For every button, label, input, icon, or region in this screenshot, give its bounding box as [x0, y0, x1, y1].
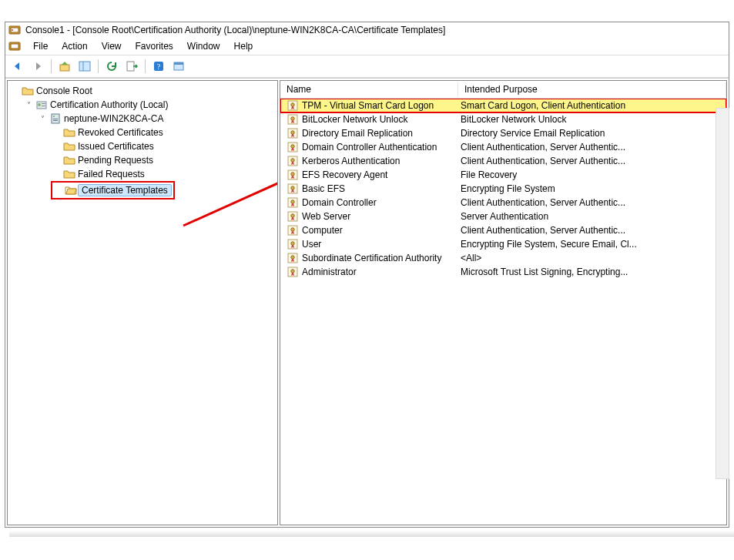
- row-name: Web Server: [302, 211, 454, 222]
- list-pane: Name Intended Purpose TPM - Virtual Smar…: [280, 80, 727, 525]
- tree-console-root[interactable]: Console Root: [9, 84, 276, 98]
- content-area: Console Root ˅ Certification Authority (…: [5, 78, 729, 527]
- svg-point-35: [291, 186, 294, 189]
- list-row[interactable]: Web ServerServer Authentication: [280, 210, 726, 223]
- tree-label: Pending Requests: [78, 155, 153, 166]
- show-hide-tree-button[interactable]: [75, 57, 94, 75]
- svg-point-18: [53, 116, 55, 117]
- svg-rect-4: [11, 44, 18, 49]
- list-row[interactable]: ComputerClient Authentication, Server Au…: [280, 223, 726, 237]
- list-row[interactable]: AdministratorMicrosoft Trust List Signin…: [280, 265, 726, 279]
- list-row[interactable]: Subordinate Certification Authority<All>: [280, 251, 726, 265]
- nav-back-button[interactable]: [8, 57, 27, 75]
- list-body[interactable]: TPM - Virtual Smart Card LogonSmart Card…: [280, 99, 726, 525]
- folder-icon: [63, 126, 75, 139]
- tree-pending[interactable]: Pending Requests: [51, 153, 276, 167]
- up-button[interactable]: [55, 57, 74, 75]
- tree-certificate-templates[interactable]: Certificate Templates: [51, 181, 175, 200]
- row-purpose: Directory Service Email Replication: [454, 128, 726, 139]
- cert-template-icon: [287, 238, 299, 250]
- svg-point-29: [291, 145, 294, 148]
- row-purpose: Client Authentication, Server Authentic.…: [454, 156, 726, 166]
- bottom-shadow: [9, 531, 734, 537]
- row-purpose: Server Authentication: [454, 211, 726, 222]
- menu-file[interactable]: File: [27, 39, 54, 53]
- menu-favorites[interactable]: Favorites: [129, 39, 179, 53]
- svg-point-33: [291, 173, 294, 176]
- menu-view[interactable]: View: [96, 39, 128, 53]
- row-name: TPM - Virtual Smart Card Logon: [302, 100, 454, 111]
- list-row[interactable]: Domain ControllerClient Authentication, …: [280, 196, 726, 210]
- row-name: EFS Recovery Agent: [302, 169, 454, 180]
- svg-point-47: [291, 270, 294, 273]
- list-row[interactable]: Domain Controller AuthenticationClient A…: [280, 140, 726, 154]
- vertical-scrollbar[interactable]: [716, 108, 729, 479]
- svg-rect-8: [127, 62, 134, 71]
- folder-open-icon: [65, 184, 77, 196]
- folder-icon: [63, 140, 75, 153]
- menu-action[interactable]: Action: [55, 39, 93, 53]
- nav-forward-button[interactable]: [28, 57, 47, 75]
- svg-rect-20: [53, 120, 58, 121]
- menu-help[interactable]: Help: [228, 39, 260, 53]
- row-purpose: <All>: [454, 253, 726, 263]
- refresh-button[interactable]: [102, 57, 121, 75]
- new-window-button[interactable]: [169, 57, 188, 75]
- tree-label: Revoked Certificates: [78, 127, 163, 138]
- list-row[interactable]: BitLocker Network UnlockBitLocker Networ…: [280, 112, 726, 126]
- export-list-button[interactable]: [122, 57, 141, 75]
- row-name: Kerberos Authentication: [302, 156, 454, 166]
- column-purpose[interactable]: Intended Purpose: [458, 82, 726, 96]
- cert-template-icon: [287, 210, 299, 223]
- cert-template-icon: [287, 266, 299, 278]
- tree-label: Certification Authority (Local): [50, 99, 168, 110]
- list-row[interactable]: Basic EFSEncrypting File System: [280, 182, 726, 196]
- app-icon: [8, 24, 21, 36]
- row-purpose: Client Authentication, Server Authentic.…: [454, 197, 726, 208]
- tree-failed[interactable]: Failed Requests: [51, 167, 276, 181]
- row-name: Basic EFS: [302, 183, 454, 194]
- tree-pane[interactable]: Console Root ˅ Certification Authority (…: [7, 80, 278, 525]
- cert-template-icon: [287, 113, 299, 126]
- tree-issued[interactable]: Issued Certificates: [51, 139, 276, 153]
- svg-point-45: [291, 256, 294, 259]
- row-name: Domain Controller: [302, 197, 454, 208]
- folder-icon: [22, 85, 34, 97]
- toolbar: ?: [5, 55, 729, 78]
- tree-ca-local[interactable]: ˅ Certification Authority (Local): [23, 98, 276, 112]
- tree-ca-server[interactable]: ˅ neptune-WIN2K8CA-CA: [37, 112, 276, 126]
- collapse-icon[interactable]: ˅: [39, 115, 47, 123]
- svg-point-31: [291, 159, 294, 162]
- svg-rect-15: [42, 103, 45, 104]
- list-row[interactable]: UserEncrypting File System, Secure Email…: [280, 237, 726, 251]
- row-name: Directory Email Replication: [302, 128, 454, 139]
- tree-label-selected: Certificate Templates: [78, 184, 172, 196]
- window-title: Console1 - [Console Root\Certification A…: [25, 25, 445, 35]
- expand-icon[interactable]: [11, 87, 19, 96]
- help-button[interactable]: ?: [149, 57, 168, 75]
- svg-point-2: [12, 29, 13, 31]
- list-row[interactable]: TPM - Virtual Smart Card LogonSmart Card…: [280, 99, 726, 112]
- row-purpose: BitLocker Network Unlock: [454, 114, 726, 125]
- row-name: User: [302, 239, 454, 250]
- ca-icon: [35, 99, 48, 111]
- cert-template-icon: [287, 99, 299, 112]
- mmc-icon: [8, 40, 21, 52]
- tree-revoked[interactable]: Revoked Certificates: [51, 126, 276, 139]
- cert-template-icon: [287, 224, 299, 236]
- list-row[interactable]: Directory Email ReplicationDirectory Ser…: [280, 126, 726, 140]
- menu-window[interactable]: Window: [181, 39, 226, 53]
- row-purpose: Microsoft Trust List Signing, Encrypting…: [454, 267, 726, 277]
- list-row[interactable]: Kerberos AuthenticationClient Authentica…: [280, 154, 726, 168]
- menubar: File Action View Favorites Window Help: [5, 38, 729, 55]
- list-header: Name Intended Purpose: [280, 81, 726, 99]
- column-name[interactable]: Name: [280, 82, 458, 96]
- svg-rect-6: [79, 62, 90, 71]
- row-purpose: Encrypting File System, Secure Email, Cl…: [454, 239, 726, 250]
- svg-point-43: [291, 242, 294, 245]
- list-row[interactable]: EFS Recovery AgentFile Recovery: [280, 168, 726, 182]
- row-purpose: Client Authentication, Server Authentic.…: [454, 225, 726, 236]
- svg-point-14: [38, 103, 41, 106]
- collapse-icon[interactable]: ˅: [25, 101, 33, 109]
- cert-template-icon: [287, 155, 299, 167]
